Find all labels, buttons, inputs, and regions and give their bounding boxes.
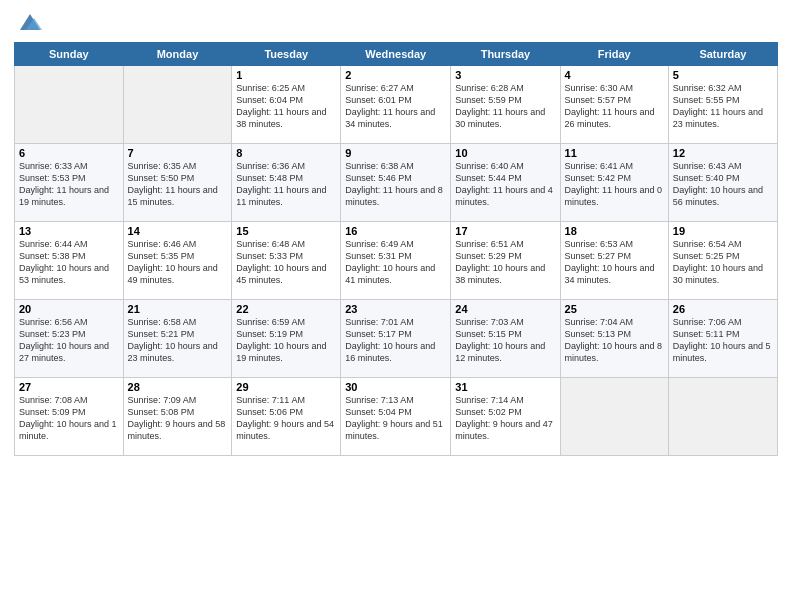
calendar-cell: 21Sunrise: 6:58 AM Sunset: 5:21 PM Dayli… [123,300,232,378]
day-content: Sunrise: 6:54 AM Sunset: 5:25 PM Dayligh… [673,238,773,287]
calendar-cell: 27Sunrise: 7:08 AM Sunset: 5:09 PM Dayli… [15,378,124,456]
day-number: 11 [565,147,664,159]
day-content: Sunrise: 7:11 AM Sunset: 5:06 PM Dayligh… [236,394,336,443]
day-header-friday: Friday [560,43,668,66]
calendar-cell: 1Sunrise: 6:25 AM Sunset: 6:04 PM Daylig… [232,66,341,144]
calendar-cell [560,378,668,456]
day-content: Sunrise: 6:40 AM Sunset: 5:44 PM Dayligh… [455,160,555,209]
day-header-saturday: Saturday [668,43,777,66]
day-number: 27 [19,381,119,393]
day-number: 7 [128,147,228,159]
day-content: Sunrise: 6:43 AM Sunset: 5:40 PM Dayligh… [673,160,773,209]
day-content: Sunrise: 6:38 AM Sunset: 5:46 PM Dayligh… [345,160,446,209]
day-header-thursday: Thursday [451,43,560,66]
day-content: Sunrise: 7:03 AM Sunset: 5:15 PM Dayligh… [455,316,555,365]
day-content: Sunrise: 6:56 AM Sunset: 5:23 PM Dayligh… [19,316,119,365]
day-content: Sunrise: 6:59 AM Sunset: 5:19 PM Dayligh… [236,316,336,365]
calendar-cell: 23Sunrise: 7:01 AM Sunset: 5:17 PM Dayli… [341,300,451,378]
day-number: 6 [19,147,119,159]
day-number: 8 [236,147,336,159]
calendar-cell: 6Sunrise: 6:33 AM Sunset: 5:53 PM Daylig… [15,144,124,222]
calendar-cell: 30Sunrise: 7:13 AM Sunset: 5:04 PM Dayli… [341,378,451,456]
calendar-cell: 25Sunrise: 7:04 AM Sunset: 5:13 PM Dayli… [560,300,668,378]
week-row-4: 20Sunrise: 6:56 AM Sunset: 5:23 PM Dayli… [15,300,778,378]
day-content: Sunrise: 6:58 AM Sunset: 5:21 PM Dayligh… [128,316,228,365]
calendar-cell: 24Sunrise: 7:03 AM Sunset: 5:15 PM Dayli… [451,300,560,378]
calendar-body: 1Sunrise: 6:25 AM Sunset: 6:04 PM Daylig… [15,66,778,456]
week-row-2: 6Sunrise: 6:33 AM Sunset: 5:53 PM Daylig… [15,144,778,222]
day-content: Sunrise: 6:48 AM Sunset: 5:33 PM Dayligh… [236,238,336,287]
day-number: 23 [345,303,446,315]
calendar-container: SundayMondayTuesdayWednesdayThursdayFrid… [0,0,792,466]
calendar-header-row: SundayMondayTuesdayWednesdayThursdayFrid… [15,43,778,66]
day-content: Sunrise: 6:46 AM Sunset: 5:35 PM Dayligh… [128,238,228,287]
day-number: 31 [455,381,555,393]
calendar-cell: 19Sunrise: 6:54 AM Sunset: 5:25 PM Dayli… [668,222,777,300]
day-number: 28 [128,381,228,393]
week-row-5: 27Sunrise: 7:08 AM Sunset: 5:09 PM Dayli… [15,378,778,456]
day-number: 2 [345,69,446,81]
day-content: Sunrise: 6:27 AM Sunset: 6:01 PM Dayligh… [345,82,446,131]
week-row-3: 13Sunrise: 6:44 AM Sunset: 5:38 PM Dayli… [15,222,778,300]
day-number: 22 [236,303,336,315]
header [14,10,778,34]
calendar-cell: 14Sunrise: 6:46 AM Sunset: 5:35 PM Dayli… [123,222,232,300]
day-number: 3 [455,69,555,81]
day-content: Sunrise: 6:33 AM Sunset: 5:53 PM Dayligh… [19,160,119,209]
day-content: Sunrise: 6:35 AM Sunset: 5:50 PM Dayligh… [128,160,228,209]
calendar-cell: 7Sunrise: 6:35 AM Sunset: 5:50 PM Daylig… [123,144,232,222]
calendar-cell: 12Sunrise: 6:43 AM Sunset: 5:40 PM Dayli… [668,144,777,222]
calendar-cell: 9Sunrise: 6:38 AM Sunset: 5:46 PM Daylig… [341,144,451,222]
day-number: 5 [673,69,773,81]
day-content: Sunrise: 7:06 AM Sunset: 5:11 PM Dayligh… [673,316,773,365]
calendar-cell: 10Sunrise: 6:40 AM Sunset: 5:44 PM Dayli… [451,144,560,222]
day-content: Sunrise: 7:09 AM Sunset: 5:08 PM Dayligh… [128,394,228,443]
day-header-tuesday: Tuesday [232,43,341,66]
calendar-cell: 26Sunrise: 7:06 AM Sunset: 5:11 PM Dayli… [668,300,777,378]
calendar-cell: 29Sunrise: 7:11 AM Sunset: 5:06 PM Dayli… [232,378,341,456]
calendar-cell: 11Sunrise: 6:41 AM Sunset: 5:42 PM Dayli… [560,144,668,222]
day-number: 15 [236,225,336,237]
logo-icon [16,10,44,34]
day-content: Sunrise: 6:25 AM Sunset: 6:04 PM Dayligh… [236,82,336,131]
day-content: Sunrise: 7:13 AM Sunset: 5:04 PM Dayligh… [345,394,446,443]
day-number: 4 [565,69,664,81]
calendar-cell: 20Sunrise: 6:56 AM Sunset: 5:23 PM Dayli… [15,300,124,378]
day-header-monday: Monday [123,43,232,66]
day-content: Sunrise: 7:08 AM Sunset: 5:09 PM Dayligh… [19,394,119,443]
day-number: 19 [673,225,773,237]
day-number: 10 [455,147,555,159]
day-number: 9 [345,147,446,159]
day-number: 29 [236,381,336,393]
day-number: 16 [345,225,446,237]
day-content: Sunrise: 6:32 AM Sunset: 5:55 PM Dayligh… [673,82,773,131]
day-header-wednesday: Wednesday [341,43,451,66]
calendar-cell: 8Sunrise: 6:36 AM Sunset: 5:48 PM Daylig… [232,144,341,222]
calendar-cell: 13Sunrise: 6:44 AM Sunset: 5:38 PM Dayli… [15,222,124,300]
day-number: 17 [455,225,555,237]
day-number: 1 [236,69,336,81]
calendar-cell: 16Sunrise: 6:49 AM Sunset: 5:31 PM Dayli… [341,222,451,300]
day-content: Sunrise: 6:41 AM Sunset: 5:42 PM Dayligh… [565,160,664,209]
day-content: Sunrise: 6:49 AM Sunset: 5:31 PM Dayligh… [345,238,446,287]
day-content: Sunrise: 6:44 AM Sunset: 5:38 PM Dayligh… [19,238,119,287]
day-number: 26 [673,303,773,315]
day-number: 12 [673,147,773,159]
day-content: Sunrise: 6:30 AM Sunset: 5:57 PM Dayligh… [565,82,664,131]
calendar-cell: 3Sunrise: 6:28 AM Sunset: 5:59 PM Daylig… [451,66,560,144]
calendar-cell: 22Sunrise: 6:59 AM Sunset: 5:19 PM Dayli… [232,300,341,378]
week-row-1: 1Sunrise: 6:25 AM Sunset: 6:04 PM Daylig… [15,66,778,144]
calendar-cell [668,378,777,456]
day-content: Sunrise: 7:14 AM Sunset: 5:02 PM Dayligh… [455,394,555,443]
day-number: 24 [455,303,555,315]
day-number: 20 [19,303,119,315]
day-content: Sunrise: 6:28 AM Sunset: 5:59 PM Dayligh… [455,82,555,131]
day-header-sunday: Sunday [15,43,124,66]
day-number: 30 [345,381,446,393]
calendar-cell: 2Sunrise: 6:27 AM Sunset: 6:01 PM Daylig… [341,66,451,144]
day-content: Sunrise: 6:51 AM Sunset: 5:29 PM Dayligh… [455,238,555,287]
calendar-cell: 31Sunrise: 7:14 AM Sunset: 5:02 PM Dayli… [451,378,560,456]
day-number: 14 [128,225,228,237]
day-content: Sunrise: 6:53 AM Sunset: 5:27 PM Dayligh… [565,238,664,287]
day-number: 25 [565,303,664,315]
